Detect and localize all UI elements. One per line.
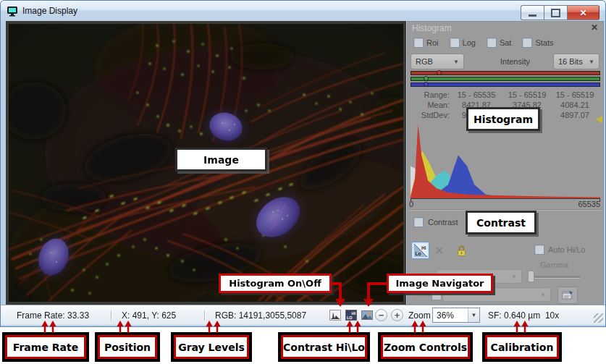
callout-zoom-controls: Zoom Controls <box>378 332 473 362</box>
status-separator <box>111 310 111 321</box>
threshold-marker-icon[interactable] <box>596 116 602 123</box>
panel-close-icon[interactable]: ✕ <box>591 22 598 33</box>
monitor-icon <box>7 6 18 17</box>
red-range-slider[interactable] <box>411 71 600 77</box>
range-label: Range: <box>408 90 450 100</box>
histogram-chart <box>411 122 600 198</box>
sat-checkbox-label: Sat <box>500 38 512 47</box>
blue-range-slider[interactable] <box>411 82 600 88</box>
histogram-toggle-icon <box>329 310 341 321</box>
callout-gray-levels: Gray Levels <box>171 332 252 362</box>
gray-levels-status: RGB: 14191,3055,5087 <box>215 310 306 321</box>
blue-slider-handle[interactable] <box>424 82 429 87</box>
auto-hilo-checkbox[interactable]: Auto Hi/Lo <box>534 245 585 255</box>
log-checkbox-box[interactable] <box>450 38 460 48</box>
contrast-hilo-toggle-button[interactable]: HI LO <box>345 309 357 321</box>
contrast-hilo-icon: HI LO <box>345 310 357 321</box>
histogram-panel: Histogram ✕ Roi Log Sat Stats RGB ▼ Inte… <box>407 21 604 305</box>
range-red-value: 15 - 65535 <box>450 90 503 100</box>
calibration-status: SF: 0.640 µm 10x <box>488 310 559 321</box>
maximize-button[interactable] <box>544 5 567 20</box>
log-checkbox[interactable]: Log <box>450 38 476 48</box>
chevron-down-icon: ▼ <box>589 59 594 65</box>
contrast-hilo-button[interactable]: Hi Lo <box>411 242 429 259</box>
properties-button[interactable] <box>557 287 578 304</box>
sat-checkbox[interactable]: Sat <box>487 38 512 48</box>
callout-frame-rate: Frame Rate <box>2 332 89 362</box>
callout-gray-levels-label: Gray Levels <box>178 342 245 353</box>
contrast-checkbox-label: Contrast <box>428 218 458 227</box>
stats-checkbox-box[interactable] <box>522 38 532 48</box>
screenshot-root: { "window": { "title": "Image Display" }… <box>0 0 606 364</box>
image-display-area[interactable]: Image <box>6 21 406 305</box>
callout-position: Position <box>95 332 160 362</box>
contrast-checkbox[interactable]: Contrast <box>413 217 458 227</box>
zoom-in-button[interactable]: + <box>391 309 403 321</box>
x-icon: ✕ <box>435 245 444 256</box>
log-checkbox-label: Log <box>463 38 476 47</box>
callout-image-label: Image <box>203 154 239 166</box>
callout-histogram: Histogram <box>466 107 540 131</box>
roi-checkbox[interactable]: Roi <box>413 38 439 48</box>
callout-histogram-onoff-label: Histogram On\Off <box>229 278 321 289</box>
minimize-icon <box>529 14 536 17</box>
gamma-slider-track <box>528 276 580 279</box>
callout-contrast-hilo: Contrast Hi\Lo <box>278 332 370 362</box>
callout-contrast: Contrast <box>466 211 536 234</box>
bit-depth-dropdown[interactable]: 16 Bits ▼ <box>553 54 599 69</box>
channel-dropdown-value: RGB <box>416 57 433 66</box>
stats-checkbox[interactable]: Stats <box>522 38 553 48</box>
roi-checkbox-label: Roi <box>426 38 439 47</box>
minimize-button[interactable] <box>521 5 544 20</box>
callout-image-navigator: Image Navigator <box>387 274 493 293</box>
auto-hilo-checkbox-box[interactable] <box>534 245 544 255</box>
chevron-down-icon: ▼ <box>511 274 517 280</box>
close-button[interactable]: ✕ <box>567 5 599 20</box>
callout-frame-rate-label: Frame Rate <box>13 342 78 353</box>
green-range-slider[interactable] <box>411 77 600 82</box>
stddev-blue-value: 4897.07 <box>551 110 599 120</box>
green-slider-handle[interactable] <box>424 76 429 81</box>
close-icon: ✕ <box>579 8 586 18</box>
lock-button[interactable] <box>453 242 471 259</box>
mean-blue-value: 4084.21 <box>551 100 599 110</box>
callout-contrast-label: Contrast <box>476 217 526 229</box>
image-navigator-button[interactable] <box>361 309 373 321</box>
roi-checkbox-box[interactable] <box>413 38 424 48</box>
histogram-options-row: Roi Log Sat Stats <box>413 38 553 48</box>
histogram-toggle-button[interactable] <box>329 309 341 321</box>
sat-checkbox-box[interactable] <box>487 38 497 48</box>
window-title: Image Display <box>22 6 77 16</box>
zoom-label: Zoom <box>408 310 431 321</box>
resize-grip[interactable] <box>594 313 603 323</box>
minus-icon: − <box>379 310 384 320</box>
callout-position-label: Position <box>104 342 151 353</box>
chevron-down-icon: ▼ <box>540 292 546 298</box>
zoom-out-button[interactable]: − <box>375 309 387 321</box>
axis-min-label: 0 <box>409 200 413 208</box>
callout-image: Image <box>175 148 267 172</box>
svg-text:Lo: Lo <box>415 251 421 256</box>
histogram-panel-header[interactable]: Histogram ✕ <box>408 22 603 35</box>
cursor-position-status: X: 491, Y: 625 <box>122 310 176 321</box>
channel-dropdown[interactable]: RGB ▼ <box>411 54 464 69</box>
histogram-plot[interactable] <box>411 122 600 199</box>
zoom-level-dropdown[interactable]: 36% ▼ <box>432 308 480 323</box>
frame-rate-status: Frame Rate: 33.33 <box>17 310 89 321</box>
properties-icon <box>562 290 573 300</box>
gamma-slider-thumb[interactable] <box>528 271 534 282</box>
titlebar[interactable]: Image Display ✕ <box>1 1 605 21</box>
channel-range-sliders <box>411 71 600 88</box>
status-bar: Frame Rate: 33.33 X: 491, Y: 625 RGB: 14… <box>1 305 605 325</box>
image-navigator-icon <box>361 310 373 321</box>
chevron-down-icon[interactable]: ▼ <box>468 308 479 322</box>
svg-text:HI: HI <box>351 311 355 316</box>
status-separator <box>204 310 205 321</box>
contrast-checkbox-box[interactable] <box>413 217 424 227</box>
callout-image-navigator-label: Image Navigator <box>395 278 484 289</box>
gamma-slider[interactable] <box>528 271 580 282</box>
contrast-reset-button[interactable]: ✕ <box>430 242 448 259</box>
callout-histogram-onoff: Histogram On\Off <box>219 274 332 293</box>
axis-max-label: 65535 <box>578 200 600 208</box>
hilo-icon: Hi Lo <box>414 244 427 257</box>
